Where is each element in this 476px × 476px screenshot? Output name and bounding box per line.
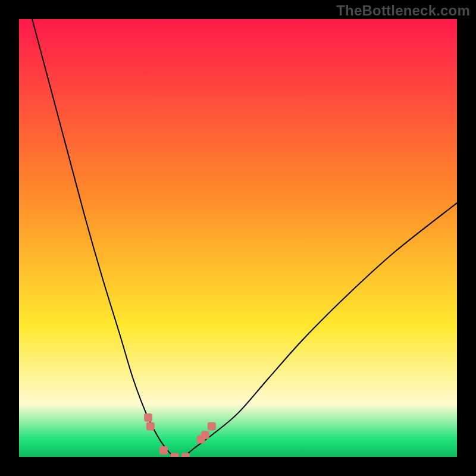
- curve-marker: [181, 453, 190, 457]
- curve-marker: [170, 453, 178, 457]
- curve-marker: [201, 431, 209, 439]
- chart-frame: TheBottleneck.com: [0, 0, 476, 476]
- curve-path: [19, 19, 457, 457]
- curve-marker: [144, 414, 152, 422]
- plot-area: [19, 19, 457, 457]
- curve-marker: [159, 446, 168, 455]
- curve-markers: [144, 414, 216, 457]
- curve-marker: [146, 422, 155, 430]
- bottleneck-curve: [19, 19, 457, 457]
- watermark-text: TheBottleneck.com: [336, 2, 470, 19]
- curve-marker: [208, 422, 216, 430]
